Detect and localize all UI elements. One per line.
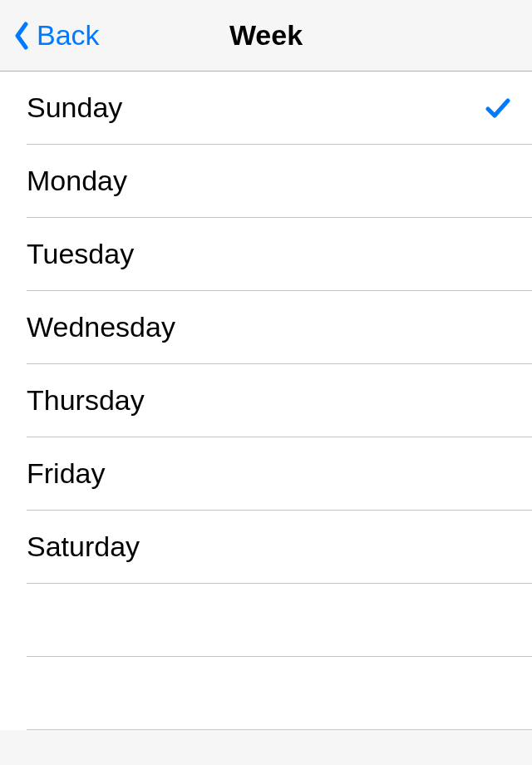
list-item-label: Monday	[27, 165, 127, 197]
navbar: Back Week	[0, 0, 532, 72]
list-item-empty[interactable]	[27, 584, 532, 657]
list-item-label: Friday	[27, 457, 105, 490]
back-button[interactable]: Back	[0, 0, 100, 71]
list-item-label: Sunday	[27, 91, 122, 124]
list-item-saturday[interactable]: Saturday	[27, 511, 532, 584]
list-item-thursday[interactable]: Thursday	[27, 364, 532, 437]
list-item-wednesday[interactable]: Wednesday	[27, 291, 532, 364]
list-item-label: Tuesday	[27, 238, 134, 270]
list-item-sunday[interactable]: Sunday	[27, 72, 532, 145]
settings-list: Sunday Monday Tuesday Wednesday	[0, 72, 532, 730]
list-item-monday[interactable]: Monday	[27, 145, 532, 218]
list-item-label: Thursday	[27, 384, 145, 417]
page-title: Week	[229, 19, 303, 52]
checkmark-icon	[484, 94, 512, 122]
chevron-left-icon	[12, 19, 32, 52]
back-label: Back	[37, 19, 100, 52]
list-item-empty[interactable]	[27, 657, 532, 730]
list-item-label: Saturday	[27, 531, 140, 563]
list-item-label: Wednesday	[27, 311, 175, 343]
list-item-tuesday[interactable]: Tuesday	[27, 218, 532, 291]
list-item-friday[interactable]: Friday	[27, 437, 532, 511]
